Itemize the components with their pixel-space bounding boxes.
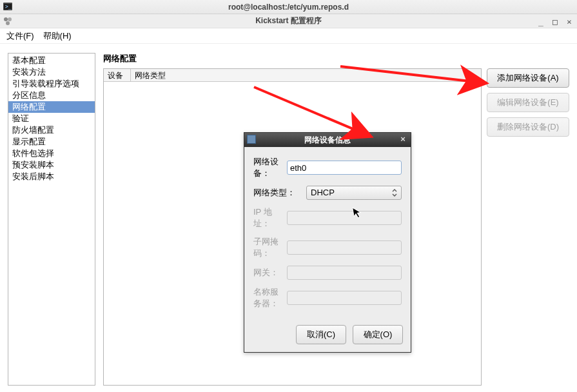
sidebar: 基本配置安装方法引导装载程序选项分区信息网络配置验证防火墙配置显示配置软件包选择… — [8, 53, 95, 386]
cursor-icon — [352, 206, 362, 219]
label-nameserver: 名称服务器： — [253, 286, 283, 309]
row-device: 网络设备： — [253, 156, 402, 179]
network-device-info-dialog: 网络设备信息 × 网络设备： 网络类型： DHCP IP 地址： 子网掩码： 网… — [244, 132, 411, 353]
cancel-button[interactable]: 取消(C) — [296, 325, 346, 344]
menu-file[interactable]: 文件(F) — [6, 30, 34, 42]
maximize-button[interactable]: □ — [550, 17, 560, 26]
svg-text:>_: >_ — [5, 4, 12, 10]
close-button[interactable]: × — [564, 17, 574, 26]
app-window-title: Kickstart 配置程序 — [255, 15, 322, 26]
sidebar-item-0[interactable]: 基本配置 — [8, 55, 95, 66]
panel-title: 网络配置 — [103, 53, 482, 64]
ok-button[interactable]: 确定(O) — [353, 325, 403, 344]
select-type[interactable]: DHCP — [306, 186, 402, 200]
select-type-value: DHCP — [306, 186, 402, 200]
row-netmask: 子网掩码： — [253, 236, 402, 259]
sidebar-item-1[interactable]: 安装方法 — [8, 66, 95, 78]
terminal-window-titlebar: >_ root@localhost:/etc/yum.repos.d — [0, 0, 577, 14]
dialog-title: 网络设备信息 — [304, 135, 351, 146]
sidebar-item-9[interactable]: 预安装脚本 — [8, 159, 95, 171]
minimize-button[interactable]: _ — [536, 17, 546, 26]
delete-network-device-button: 删除网络设备(D) — [487, 117, 569, 137]
app-window-titlebar: Kickstart 配置程序 _ □ × — [0, 14, 577, 28]
input-netmask — [287, 240, 402, 255]
row-type: 网络类型： DHCP — [253, 186, 402, 200]
edit-network-device-button: 编辑网络设备(E) — [487, 93, 569, 112]
sidebar-item-10[interactable]: 安装后脚本 — [8, 171, 95, 182]
sidebar-item-6[interactable]: 防火墙配置 — [8, 124, 95, 136]
sidebar-item-2[interactable]: 引导装载程序选项 — [8, 78, 95, 90]
menubar: 文件(F) 帮助(H) — [0, 28, 577, 44]
dialog-button-row: 取消(C) 确定(O) — [244, 320, 411, 352]
sidebar-item-3[interactable]: 分区信息 — [8, 90, 95, 101]
chevron-updown-icon — [391, 189, 398, 195]
column-device[interactable]: 设备 — [104, 69, 131, 81]
row-gateway: 网关： — [253, 266, 402, 280]
dialog-icon — [247, 135, 256, 144]
add-network-device-button[interactable]: 添加网络设备(A) — [487, 68, 569, 88]
column-type[interactable]: 网络类型 — [131, 69, 481, 81]
sidebar-item-4[interactable]: 网络配置 — [8, 101, 95, 113]
menu-help[interactable]: 帮助(H) — [43, 30, 72, 42]
dialog-body: 网络设备： 网络类型： DHCP IP 地址： 子网掩码： 网关： 名称服务器： — [244, 147, 411, 320]
svg-point-4 — [8, 17, 12, 21]
right-button-column: 添加网络设备(A) 编辑网络设备(E) 删除网络设备(D) — [487, 53, 569, 386]
sidebar-item-7[interactable]: 显示配置 — [8, 136, 95, 148]
label-netmask: 子网掩码： — [253, 236, 283, 259]
sidebar-item-8[interactable]: 软件包选择 — [8, 148, 95, 159]
input-gateway — [287, 266, 402, 280]
terminal-window-title: root@localhost:/etc/yum.repos.d — [228, 3, 349, 12]
input-nameserver — [287, 291, 402, 305]
row-nameserver: 名称服务器： — [253, 286, 402, 309]
label-ip: IP 地址： — [253, 206, 283, 230]
dialog-close-button[interactable]: × — [398, 135, 408, 145]
terminal-icon: >_ — [3, 1, 13, 12]
dialog-titlebar[interactable]: 网络设备信息 × — [244, 133, 411, 147]
input-device[interactable] — [287, 161, 402, 175]
sidebar-item-5[interactable]: 验证 — [8, 113, 95, 124]
label-gateway: 网关： — [253, 267, 283, 279]
label-type: 网络类型： — [253, 187, 302, 199]
app-icon — [3, 16, 13, 26]
row-ip: IP 地址： — [253, 206, 402, 230]
input-ip — [287, 211, 402, 225]
device-list-header: 设备 网络类型 — [104, 69, 481, 82]
label-device: 网络设备： — [253, 156, 283, 179]
svg-point-3 — [4, 17, 8, 21]
window-controls: _ □ × — [536, 14, 574, 28]
svg-point-5 — [6, 21, 10, 25]
